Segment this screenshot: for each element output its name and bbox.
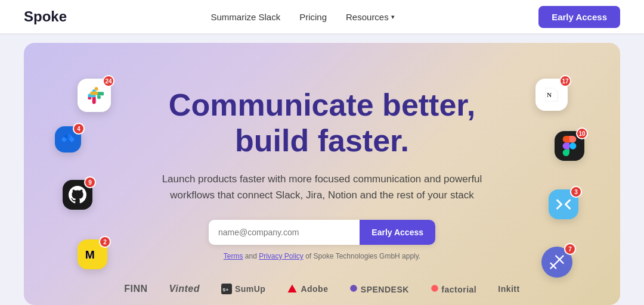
email-input[interactable] (209, 220, 360, 245)
logos-bar: FINN Vinted S+ SumUp Adobe SPENDESK fact… (24, 284, 620, 294)
vinted-logo: Vinted (169, 284, 200, 294)
linear-icon-float: 7 (541, 247, 572, 278)
slack-badge: 24 (103, 75, 114, 87)
svg-point-7 (431, 285, 438, 292)
terms-text: Terms and Privacy Policy of Spoke Techno… (155, 252, 489, 260)
factorial-icon (431, 284, 439, 292)
logo: Spoke (24, 8, 67, 25)
spendesk-icon (349, 284, 358, 292)
email-form: Early Access (209, 220, 435, 245)
github-badge: 9 (84, 176, 96, 188)
cap-badge: 3 (570, 186, 582, 198)
jira-icon-float: 4 (55, 126, 81, 152)
notion-icon-float: N 17 (535, 79, 568, 111)
svg-marker-5 (288, 285, 297, 293)
miro-icon-float: M 2 (78, 239, 107, 269)
slack-icon-float: 24 (78, 79, 111, 112)
notion-badge: 17 (559, 75, 571, 87)
nav-pricing[interactable]: Pricing (299, 12, 327, 22)
inkitt-logo: Inkitt (498, 284, 519, 294)
hero-cta-button[interactable]: Early Access (360, 220, 435, 245)
hero-section: 24 4 9 M 2 N 17 (24, 43, 620, 305)
privacy-link[interactable]: Privacy Policy (259, 252, 304, 260)
svg-text:S+: S+ (222, 287, 228, 292)
finn-logo: FINN (124, 284, 147, 294)
adobe-logo: Adobe (287, 284, 328, 294)
svg-text:N: N (547, 91, 552, 98)
hero-subtitle: Launch products faster with more focused… (155, 171, 489, 203)
figma-icon-float: 10 (555, 131, 584, 161)
github-icon-float: 9 (63, 180, 92, 210)
cap-icon-float: 3 (549, 189, 578, 219)
hero-title: Communicate better, build faster. (155, 88, 489, 159)
svg-point-6 (351, 285, 358, 292)
early-access-button[interactable]: Early Access (538, 6, 620, 28)
figma-badge: 10 (576, 127, 588, 139)
chevron-down-icon: ▾ (391, 13, 395, 21)
sumup-icon: S+ (221, 284, 232, 294)
miro-badge: 2 (99, 236, 111, 248)
jira-badge: 4 (73, 123, 85, 135)
adobe-icon (287, 284, 298, 294)
sumup-logo: S+ SumUp (221, 284, 266, 294)
linear-badge: 7 (564, 243, 576, 255)
spendesk-logo: SPENDESK (349, 284, 408, 294)
nav-summarize-slack[interactable]: Summarize Slack (210, 12, 280, 22)
svg-text:M: M (85, 248, 95, 261)
nav-resources[interactable]: Resources ▾ (346, 12, 395, 22)
navbar: Spoke Summarize Slack Pricing Resources … (0, 0, 644, 33)
hero-content: Communicate better, build faster. Launch… (155, 88, 489, 260)
terms-link[interactable]: Terms (224, 252, 243, 260)
nav-links: Summarize Slack Pricing Resources ▾ (210, 12, 394, 22)
factorial-logo: factorial (431, 284, 476, 294)
